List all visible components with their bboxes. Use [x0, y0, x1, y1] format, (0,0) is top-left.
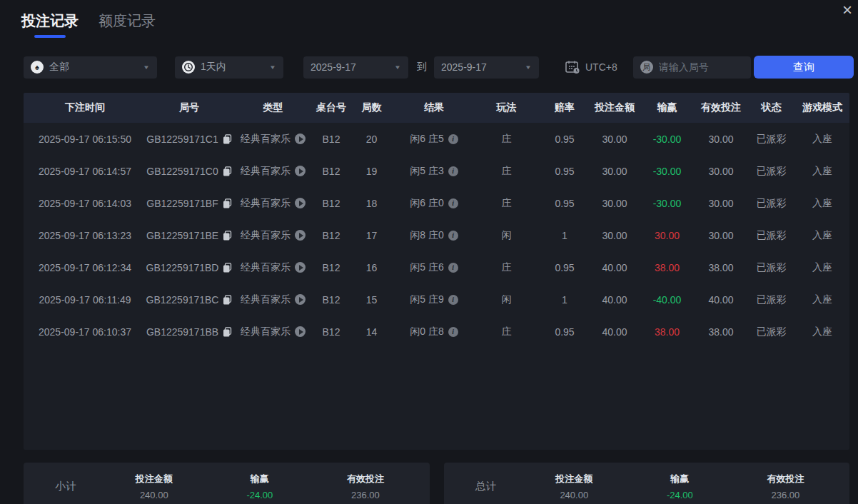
- valid-bet-cell: 30.00: [695, 198, 747, 209]
- result-score: 闲6 庄0: [410, 197, 443, 210]
- copy-icon[interactable]: [223, 327, 232, 337]
- bet-amount-cell: 40.00: [590, 294, 640, 306]
- total-label: 总计: [451, 480, 522, 493]
- subtotal-valid-bet: 有效投注 236.00: [313, 473, 418, 500]
- play-type-cell: 闲: [473, 229, 540, 242]
- copy-icon[interactable]: [223, 134, 232, 144]
- table-row: 2025-09-17 06:14:03 GB12259171BF 经典百家乐 B…: [24, 187, 849, 219]
- game-type-cell: 经典百家乐: [232, 133, 314, 146]
- info-icon[interactable]: i: [448, 134, 458, 144]
- round-count-cell: 14: [348, 326, 395, 338]
- table-row: 2025-09-17 06:10:37 GB12259171BB 经典百家乐 B…: [24, 316, 849, 348]
- valid-bet-cell: 30.00: [695, 166, 747, 177]
- status-cell: 已派彩: [747, 133, 795, 146]
- video-replay-icon[interactable]: [295, 262, 306, 273]
- bet-time-cell: 2025-09-17 06:13:23: [24, 230, 146, 241]
- game-type-dropdown[interactable]: ♠ 全部 ▼: [24, 56, 157, 79]
- result-score: 闲5 庄9: [410, 293, 443, 306]
- game-type-name: 经典百家乐: [241, 197, 291, 210]
- round-id: GB12259171BC: [146, 294, 219, 306]
- video-replay-icon[interactable]: [295, 326, 306, 337]
- copy-icon[interactable]: [223, 166, 232, 176]
- copy-icon[interactable]: [223, 295, 232, 305]
- odds-cell: 0.95: [540, 166, 590, 177]
- chevron-down-icon: ▼: [525, 64, 532, 71]
- result-cell: 闲0 庄8 i: [395, 326, 473, 338]
- video-replay-icon[interactable]: [295, 198, 306, 208]
- play-type-cell: 庄: [473, 165, 540, 178]
- spade-icon: ♠: [31, 61, 44, 74]
- table-row: 2025-09-17 06:13:23 GB12259171BE 经典百家乐 B…: [24, 219, 849, 251]
- subtotal-box: 小计 投注金额 240.00 输赢 -24.00 有效投注 236.00: [24, 463, 430, 504]
- info-icon[interactable]: i: [448, 327, 458, 337]
- copy-icon[interactable]: [223, 198, 232, 208]
- time-range-dropdown[interactable]: 1天内 ▼: [175, 56, 283, 79]
- video-replay-icon[interactable]: [295, 230, 306, 241]
- column-header: 玩法: [473, 101, 540, 114]
- bet-amount-cell: 30.00: [590, 230, 640, 241]
- game-type-name: 经典百家乐: [241, 133, 291, 146]
- result-cell: 闲8 庄0 i: [395, 229, 473, 242]
- total-bet-amount: 投注金额 240.00: [521, 473, 627, 500]
- bet-time-cell: 2025-09-17 06:15:50: [24, 133, 146, 145]
- odds-cell: 0.95: [540, 326, 590, 338]
- round-id-cell: GB12259171BE: [146, 230, 232, 241]
- odds-cell: 1: [540, 294, 590, 306]
- video-replay-icon[interactable]: [295, 294, 306, 305]
- column-header: 桌台号: [314, 101, 348, 114]
- date-to-dropdown[interactable]: 2025-9-17 ▼: [434, 56, 539, 79]
- game-mode-cell: 入座: [795, 293, 849, 306]
- table-number-cell: B12: [314, 198, 348, 209]
- info-icon[interactable]: i: [448, 198, 458, 208]
- info-icon[interactable]: i: [448, 166, 458, 176]
- round-id: GB12259171BF: [146, 198, 218, 209]
- game-type-cell: 经典百家乐: [232, 229, 314, 242]
- result-cell: 闲5 庄6 i: [395, 261, 473, 274]
- play-type-cell: 庄: [473, 197, 540, 210]
- tab-quota-records[interactable]: 额度记录: [99, 11, 156, 35]
- timezone-label: UTC+8: [585, 61, 617, 73]
- round-count-cell: 16: [348, 262, 395, 273]
- bet-records-table: 下注时间局号类型桌台号局数结果玩法赔率投注金额输赢有效投注状态游戏模式 2025…: [24, 93, 849, 450]
- result-cell: 闲6 庄5 i: [395, 133, 473, 146]
- round-id: GB12259171C1: [146, 133, 218, 145]
- round-id-cell: GB12259171BB: [146, 326, 232, 338]
- game-mode-cell: 入座: [795, 165, 849, 178]
- calendar-clock-icon: [565, 60, 580, 74]
- game-mode-cell: 入座: [795, 133, 849, 146]
- table-number-cell: B12: [314, 230, 348, 241]
- table-number-cell: B12: [314, 262, 348, 273]
- bet-amount-cell: 30.00: [590, 166, 640, 177]
- column-header: 状态: [747, 101, 795, 114]
- bet-amount-cell: 40.00: [590, 262, 640, 273]
- info-icon[interactable]: i: [448, 231, 458, 241]
- round-number-input[interactable]: [659, 61, 737, 73]
- info-icon[interactable]: i: [448, 263, 458, 273]
- odds-cell: 1: [540, 230, 590, 241]
- game-type-name: 经典百家乐: [241, 326, 291, 338]
- total-valid-bet: 有效投注 236.00: [732, 473, 838, 500]
- copy-icon[interactable]: [223, 263, 232, 273]
- column-header: 游戏模式: [795, 101, 849, 114]
- win-loss-cell: 38.00: [640, 326, 695, 338]
- round-id: GB12259171BB: [146, 326, 218, 338]
- info-icon[interactable]: i: [448, 295, 458, 305]
- table-body: 2025-09-17 06:15:50 GB12259171C1 经典百家乐 B…: [24, 123, 849, 348]
- valid-bet-cell: 30.00: [695, 133, 747, 145]
- table-number-cell: B12: [314, 294, 348, 306]
- game-type-name: 经典百家乐: [241, 261, 291, 274]
- video-replay-icon[interactable]: [295, 166, 306, 176]
- video-replay-icon[interactable]: [295, 133, 306, 144]
- timezone-selector[interactable]: UTC+8: [565, 60, 617, 74]
- copy-icon[interactable]: [223, 231, 232, 241]
- query-button[interactable]: 查询: [754, 56, 854, 79]
- table-number-cell: B12: [314, 166, 348, 177]
- result-cell: 闲5 庄9 i: [395, 293, 473, 306]
- win-loss-cell: 38.00: [640, 262, 695, 273]
- date-from-dropdown[interactable]: 2025-9-17 ▼: [303, 56, 408, 79]
- play-type-cell: 庄: [473, 261, 540, 274]
- column-header: 局数: [348, 101, 395, 114]
- close-icon[interactable]: ×: [842, 1, 852, 19]
- round-count-cell: 15: [348, 294, 395, 306]
- tab-bet-records[interactable]: 投注记录: [21, 11, 79, 38]
